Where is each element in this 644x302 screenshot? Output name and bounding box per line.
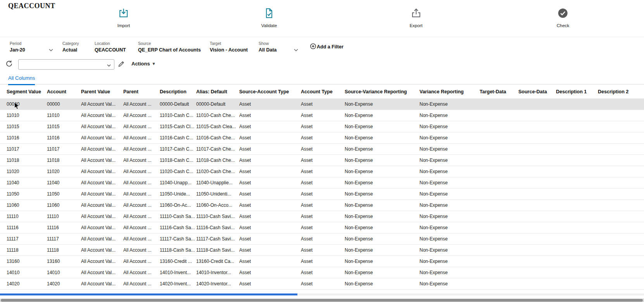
validate-button[interactable]: Validate: [261, 8, 277, 28]
table-cell: [480, 98, 518, 110]
column-header[interactable]: Description: [160, 85, 196, 98]
table-row[interactable]: 1102011020All Account Val...All Account …: [0, 166, 644, 177]
tab-all-columns[interactable]: All Columns: [8, 75, 35, 85]
window-scrollbar-thumb[interactable]: [1, 299, 643, 302]
column-header[interactable]: Alias: Default: [196, 85, 239, 98]
check-icon: [558, 8, 568, 20]
chevron-down-icon: [49, 47, 53, 53]
table-cell: 11116: [47, 222, 81, 233]
table-cell: [480, 233, 518, 244]
table-row[interactable]: 1111711117All Account Val...All Account …: [0, 233, 644, 244]
table-cell: 11018: [0, 154, 47, 166]
table-cell: [480, 177, 518, 188]
table-cell: Non-Expense: [345, 143, 420, 154]
show-value: All Data: [259, 47, 277, 53]
table-cell: 11110: [47, 211, 81, 222]
column-header[interactable]: Account: [47, 85, 81, 98]
horizontal-scrollbar-thumb[interactable]: [0, 293, 297, 295]
table-row[interactable]: 1111611116All Account Val...All Account …: [0, 222, 644, 233]
table-row[interactable]: 1104011040All Account Val...All Account …: [0, 177, 644, 188]
table-cell: [556, 143, 598, 154]
table-cell: 00000: [47, 98, 81, 110]
table-cell: [480, 188, 518, 199]
table-cell: All Account Val...: [81, 154, 123, 166]
target-field: Target Vision - Account: [210, 41, 248, 53]
table-cell: [480, 132, 518, 143]
actions-menu-button[interactable]: Actions ▾: [131, 61, 155, 67]
export-button-label: Export: [409, 23, 422, 28]
table-row[interactable]: 1106011060All Account Val...All Account …: [0, 199, 644, 211]
column-header[interactable]: Description 1: [556, 85, 598, 98]
table-cell: [598, 211, 644, 222]
table-cell: All Account ...: [123, 256, 160, 267]
target-value: Vision - Account: [210, 47, 248, 53]
table-cell: [556, 256, 598, 267]
add-filter-button[interactable]: Add a Filter: [310, 43, 344, 50]
table-cell: Asset: [239, 177, 301, 188]
table-row[interactable]: 1401014010All Account Val...All Account …: [0, 267, 644, 278]
table-cell: Asset: [239, 121, 301, 132]
check-button[interactable]: Check: [557, 8, 570, 28]
table-row[interactable]: 1101011010All Account Val...All Account …: [0, 110, 644, 121]
table-cell: [598, 267, 644, 278]
show-label: Show: [259, 41, 298, 46]
table-row[interactable]: 1101711017All Account Val...All Account …: [0, 143, 644, 154]
column-header[interactable]: Segment Value: [0, 85, 47, 98]
table-cell: [598, 278, 644, 289]
table-cell: All Account ...: [123, 222, 160, 233]
table-row[interactable]: 1111811118All Account Val...All Account …: [0, 244, 644, 256]
table-cell: 11110: [0, 211, 47, 222]
table-cell: Asset: [301, 256, 345, 267]
column-header[interactable]: Variance Reporting: [420, 85, 480, 98]
table-cell: [480, 199, 518, 211]
export-button[interactable]: Export: [409, 8, 422, 28]
table-cell: Asset: [301, 154, 345, 166]
refresh-icon[interactable]: [5, 60, 13, 68]
column-header[interactable]: Description 2: [598, 85, 644, 98]
table-cell: Asset: [301, 222, 345, 233]
table-row[interactable]: 1101811018All Account Val...All Account …: [0, 154, 644, 166]
table-cell: 11015: [0, 121, 47, 132]
table-cell: 11040: [0, 177, 47, 188]
period-selector[interactable]: Period Jan-20: [10, 41, 53, 53]
table-cell: [518, 188, 556, 199]
column-header[interactable]: Source-Data: [518, 85, 556, 98]
table-row[interactable]: 1105011050All Account Val...All Account …: [0, 188, 644, 199]
column-header[interactable]: Source-Account Type: [239, 85, 301, 98]
period-value: Jan-20: [10, 47, 25, 53]
column-header[interactable]: Account Type: [301, 85, 345, 98]
table-cell: 11118-Cash Savi...: [196, 244, 239, 256]
table-cell: Asset: [239, 211, 301, 222]
table-row[interactable]: 1402014020All Account Val...All Account …: [0, 278, 644, 289]
column-header[interactable]: Parent: [123, 85, 160, 98]
table-row[interactable]: 1101611016All Account Val...All Account …: [0, 132, 644, 143]
edit-pencil-icon[interactable]: [117, 60, 125, 68]
table-cell: All Account ...: [123, 110, 160, 121]
table-row[interactable]: 1101511015All Account Val...All Account …: [0, 121, 644, 132]
table-cell: 11117: [47, 233, 81, 244]
table-cell: Non-Expense: [345, 154, 420, 166]
import-button[interactable]: Import: [117, 8, 130, 28]
column-header[interactable]: Parent Value: [81, 85, 123, 98]
table-cell: Asset: [239, 199, 301, 211]
table-cell: 13160-Credit Ca...: [196, 256, 239, 267]
table-cell: All Account ...: [123, 267, 160, 278]
column-header[interactable]: Source-Variance Reporting: [345, 85, 420, 98]
table-cell: All Account ...: [123, 98, 160, 110]
member-search-combobox[interactable]: [18, 59, 114, 70]
table-row[interactable]: 1111011110All Account Val...All Account …: [0, 211, 644, 222]
table-cell: [556, 278, 598, 289]
table-row[interactable]: 1316013160All Account Val...All Account …: [0, 256, 644, 267]
table-cell: 11020: [47, 166, 81, 177]
table-cell: [598, 222, 644, 233]
table-cell: 14010: [47, 267, 81, 278]
import-icon: [118, 8, 129, 20]
show-selector[interactable]: Show All Data: [259, 41, 298, 53]
table-cell: [556, 244, 598, 256]
table-cell: Asset: [239, 267, 301, 278]
table-cell: [480, 211, 518, 222]
table-row[interactable]: 0000000000All Account Val...All Account …: [0, 98, 644, 110]
column-header[interactable]: Target-Data: [480, 85, 518, 98]
table-cell: [598, 166, 644, 177]
table-cell: Asset: [239, 143, 301, 154]
